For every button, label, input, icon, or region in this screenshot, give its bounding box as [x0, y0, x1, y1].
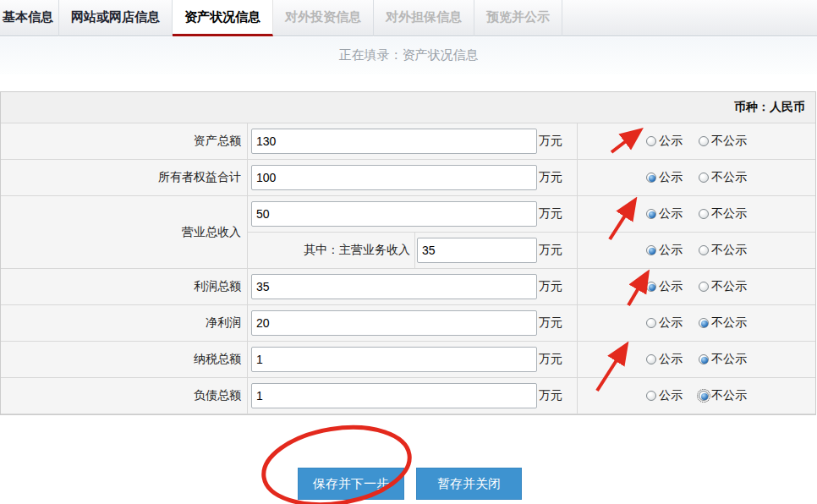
total-profit-input[interactable] — [251, 274, 537, 299]
temp-save-and-close-button[interactable]: 暂存并关闭 — [416, 468, 522, 500]
row-total-profit: 利润总额 万元 公示 不公示 — [1, 269, 815, 305]
radio-label-private: 不公示 — [711, 279, 747, 294]
radio-option-private[interactable]: 不公示 — [699, 279, 747, 294]
row-publicity-cell: 公示 不公示 — [578, 160, 815, 195]
main-business-income-input[interactable] — [417, 238, 537, 263]
main-business-income-subrow: 其中：主营业务收入 万元 — [248, 233, 577, 269]
radio-option-private[interactable]: 不公示 — [699, 243, 747, 258]
total-liabilities-input[interactable] — [251, 383, 537, 408]
row-publicity-cell: 公示 不公示 — [578, 378, 815, 414]
row-value-cell: 万元 — [248, 378, 578, 414]
row-publicity-cell: 公示 不公示 — [578, 269, 815, 304]
tab-asset-status-info[interactable]: 资产状况信息 — [173, 0, 273, 36]
radio-option-private[interactable]: 不公示 — [699, 134, 747, 149]
radio-icon-private[interactable] — [699, 173, 709, 183]
currency-header: 币种：人民币 — [1, 92, 815, 123]
radio-label-private: 不公示 — [711, 315, 747, 331]
total-assets-input[interactable] — [251, 129, 537, 154]
unit-label: 万元 — [539, 352, 562, 367]
operating-revenue-input[interactable] — [251, 201, 537, 227]
radio-option-public[interactable]: 公示 — [646, 243, 683, 258]
operating-revenue-subrow: 万元 — [248, 196, 577, 233]
radio-label-private: 不公示 — [711, 134, 747, 149]
radio-label-private: 不公示 — [711, 352, 747, 367]
main-business-income-publicity: 公示 不公示 — [578, 233, 815, 269]
radio-icon-public[interactable] — [646, 209, 656, 219]
radio-option-private[interactable]: 不公示 — [699, 170, 747, 185]
publicity-radio-group: 公示 不公示 — [646, 388, 747, 403]
row-total-assets: 资产总额 万元 公示 不公示 — [1, 123, 815, 160]
row-publicity-cell: 公示 不公示 公示 — [578, 196, 815, 268]
row-value-cell: 万元 其中：主营业务收入 万元 — [248, 196, 578, 268]
radio-option-private[interactable]: 不公示 — [699, 352, 747, 367]
radio-option-public[interactable]: 公示 — [646, 388, 683, 403]
unit-label: 万元 — [539, 315, 562, 331]
publicity-radio-group: 公示 不公示 — [646, 134, 747, 149]
tab-website-info[interactable]: 网站或网店信息 — [59, 0, 173, 36]
owner-equity-input[interactable] — [251, 165, 537, 190]
radio-option-public[interactable]: 公示 — [646, 170, 683, 185]
row-net-profit: 净利润 万元 公示 不公示 — [1, 305, 815, 342]
row-value-cell: 万元 — [248, 160, 578, 195]
currency-header-text: 币种：人民币 — [734, 100, 805, 115]
tab-external-guarantee-info: 对外担保信息 — [374, 0, 474, 36]
radio-icon-private[interactable] — [699, 318, 709, 328]
unit-label: 万元 — [539, 388, 562, 403]
radio-label-public: 公示 — [659, 243, 683, 258]
net-profit-input[interactable] — [251, 310, 537, 336]
row-operating-revenue: 营业总收入 万元 其中：主营业务收入 万元 公示 — [1, 196, 815, 269]
radio-icon-public[interactable] — [646, 282, 656, 292]
radio-icon-private[interactable] — [699, 354, 709, 364]
radio-label-public: 公示 — [659, 315, 683, 331]
radio-label-public: 公示 — [659, 279, 683, 294]
row-publicity-cell: 公示 不公示 — [578, 305, 815, 341]
radio-icon-private[interactable] — [699, 136, 709, 146]
row-label: 纳税总额 — [1, 342, 248, 377]
radio-label-public: 公示 — [659, 206, 683, 222]
status-banner: 正在填录：资产状况信息 — [0, 37, 817, 74]
publicity-radio-group: 公示 不公示 — [646, 206, 747, 222]
unit-label: 万元 — [539, 279, 562, 294]
radio-icon-private[interactable] — [699, 245, 709, 255]
radio-icon-private[interactable] — [699, 282, 709, 292]
radio-label-public: 公示 — [659, 352, 683, 367]
radio-label-public: 公示 — [659, 170, 683, 185]
row-value-cell: 万元 — [248, 123, 578, 159]
unit-label: 万元 — [539, 170, 562, 185]
radio-option-public[interactable]: 公示 — [646, 279, 683, 294]
publicity-radio-group: 公示 不公示 — [646, 315, 747, 331]
radio-option-public[interactable]: 公示 — [646, 134, 683, 149]
publicity-radio-group: 公示 不公示 — [646, 279, 747, 294]
publicity-radio-group: 公示 不公示 — [646, 352, 747, 367]
publicity-radio-group: 公示 不公示 — [646, 243, 747, 258]
row-label: 所有者权益合计 — [1, 160, 248, 195]
radio-icon-public[interactable] — [646, 354, 656, 364]
radio-icon-public[interactable] — [646, 136, 656, 146]
radio-icon-public[interactable] — [646, 318, 656, 328]
radio-label-public: 公示 — [659, 388, 683, 403]
radio-icon-public[interactable] — [646, 173, 656, 183]
radio-label-public: 公示 — [659, 134, 683, 149]
radio-option-public[interactable]: 公示 — [646, 315, 683, 331]
sub-row-label: 其中：主营业务收入 — [248, 233, 415, 269]
radio-label-private: 不公示 — [711, 206, 747, 222]
radio-icon-public[interactable] — [646, 245, 656, 255]
save-and-next-button[interactable]: 保存并下一步 — [298, 468, 404, 500]
radio-option-private[interactable]: 不公示 — [699, 388, 747, 403]
radio-option-public[interactable]: 公示 — [646, 206, 683, 222]
radio-icon-private[interactable] — [699, 209, 709, 219]
radio-icon-public[interactable] — [646, 391, 656, 401]
total-tax-input[interactable] — [251, 347, 537, 372]
row-total-liabilities: 负债总额 万元 公示 不公示 — [1, 378, 815, 414]
row-label: 资产总额 — [1, 123, 248, 159]
radio-label-private: 不公示 — [711, 388, 747, 403]
operating-revenue-publicity: 公示 不公示 — [578, 196, 815, 233]
radio-option-private[interactable]: 不公示 — [699, 206, 747, 222]
radio-option-private[interactable]: 不公示 — [699, 315, 747, 331]
row-value-cell: 万元 — [248, 305, 578, 341]
row-label: 净利润 — [1, 305, 248, 341]
tab-basic-info[interactable]: 基本信息 — [0, 0, 59, 36]
radio-icon-private[interactable] — [699, 391, 709, 401]
radio-option-public[interactable]: 公示 — [646, 352, 683, 367]
tab-bar: 基本信息 网站或网店信息 资产状况信息 对外投资信息 对外担保信息 预览并公示 — [0, 0, 817, 36]
